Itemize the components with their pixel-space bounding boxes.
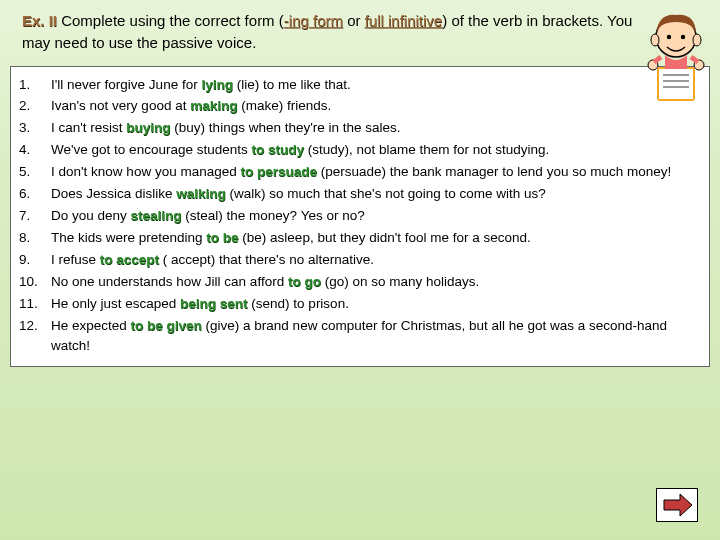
item-text: He only just escaped being sent (send) t… <box>51 294 699 314</box>
answer: walking <box>176 184 226 204</box>
answer: being sent <box>180 294 248 314</box>
ing-form-text: ing form <box>289 12 343 29</box>
exercise-header: Ex. II Complete using the correct form (… <box>0 0 720 66</box>
svg-rect-1 <box>659 69 693 99</box>
answer: to study <box>251 140 304 160</box>
list-item: 11.He only just escaped being sent (send… <box>19 294 699 314</box>
mascot-illustration <box>637 5 715 105</box>
item-number: 8. <box>19 228 51 248</box>
exercise-content-box: 1.I'll never forgive June for lying (lie… <box>10 66 710 368</box>
answer: lying <box>201 75 233 95</box>
svg-point-9 <box>693 34 701 46</box>
list-item: 8.The kids were pretending to be (be) as… <box>19 228 699 248</box>
exercise-label: Ex. II <box>22 12 57 29</box>
list-item: 6.Does Jessica dislike walking (walk) so… <box>19 184 699 204</box>
or-text: or <box>343 12 365 29</box>
svg-line-12 <box>654 57 661 62</box>
answer: to be <box>206 228 238 248</box>
svg-point-8 <box>651 34 659 46</box>
svg-point-6 <box>667 35 671 39</box>
item-text: No one understands how Jill can afford t… <box>51 272 699 292</box>
item-text: Does Jessica dislike walking (walk) so m… <box>51 184 699 204</box>
item-number: 9. <box>19 250 51 270</box>
full-infinitive-text: full infinitive <box>365 12 443 29</box>
item-text: We've got to encourage students to study… <box>51 140 699 160</box>
item-text: I don't know how you managed to persuade… <box>51 162 699 182</box>
slide: Ex. II Complete using the correct form (… <box>0 0 720 540</box>
answer: stealing <box>131 206 182 226</box>
item-text: He expected to be given (give) a brand n… <box>51 316 699 356</box>
instruction-text-1: Complete using the correct form ( <box>57 12 284 29</box>
item-number: 12. <box>19 316 51 356</box>
item-number: 6. <box>19 184 51 204</box>
next-arrow-button[interactable] <box>656 488 698 522</box>
item-text: I can't resist buying (buy) things when … <box>51 118 699 138</box>
list-item: 2.Ivan's not very good at making (make) … <box>19 96 699 116</box>
item-number: 1. <box>19 75 51 95</box>
item-number: 7. <box>19 206 51 226</box>
item-number: 5. <box>19 162 51 182</box>
svg-point-7 <box>681 35 685 39</box>
list-item: 5.I don't know how you managed to persua… <box>19 162 699 182</box>
answer: buying <box>126 118 170 138</box>
item-number: 10. <box>19 272 51 292</box>
list-item: 12.He expected to be given (give) a bran… <box>19 316 699 356</box>
answer: making <box>190 96 237 116</box>
item-number: 2. <box>19 96 51 116</box>
item-text: Do you deny stealing (steal) the money? … <box>51 206 699 226</box>
list-item: 9.I refuse to accept ( accept) that ther… <box>19 250 699 270</box>
item-text: The kids were pretending to be (be) asle… <box>51 228 699 248</box>
item-text: Ivan's not very good at making (make) fr… <box>51 96 699 116</box>
item-number: 11. <box>19 294 51 314</box>
answer: to go <box>288 272 321 292</box>
answer: to be given <box>131 316 202 336</box>
item-number: 3. <box>19 118 51 138</box>
item-number: 4. <box>19 140 51 160</box>
list-item: 7.Do you deny stealing (steal) the money… <box>19 206 699 226</box>
item-text: I'll never forgive June for lying (lie) … <box>51 75 699 95</box>
list-item: 4.We've got to encourage students to stu… <box>19 140 699 160</box>
list-item: 1.I'll never forgive June for lying (lie… <box>19 75 699 95</box>
item-text: I refuse to accept ( accept) that there'… <box>51 250 699 270</box>
answer: to persuade <box>240 162 317 182</box>
svg-line-13 <box>691 57 698 62</box>
list-item: 3.I can't resist buying (buy) things whe… <box>19 118 699 138</box>
list-item: 10.No one understands how Jill can affor… <box>19 272 699 292</box>
answer: to accept <box>100 250 159 270</box>
